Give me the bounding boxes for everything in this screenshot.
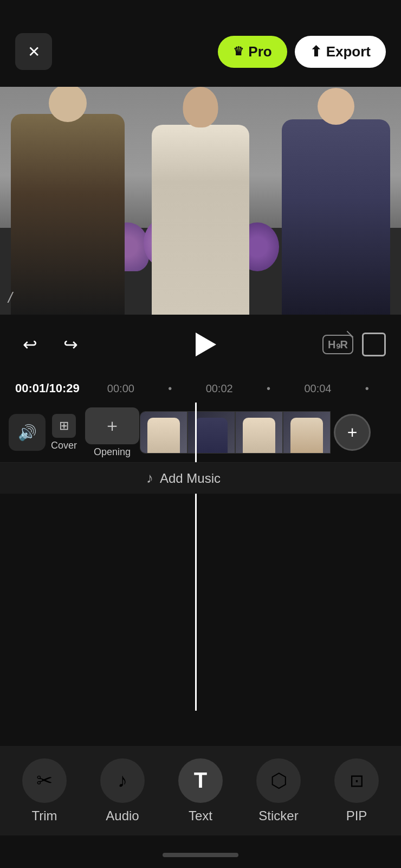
- time-markers: 00:00 • 00:02 • 00:04 •: [90, 382, 386, 395]
- thumb-bg-3: [236, 412, 282, 453]
- top-right-actions: ♛ Pro ⬆ Export: [218, 36, 386, 68]
- cover-button[interactable]: ⊞ Cover: [51, 414, 77, 451]
- thumb-person-1: [147, 418, 180, 453]
- trim-icon: ✂: [36, 769, 53, 792]
- time-marker-1: 00:00: [107, 382, 134, 395]
- add-clip-button[interactable]: +: [334, 414, 371, 451]
- music-note-icon: ♪: [146, 470, 153, 487]
- controls-bar: ↩ ↪ H₉R: [0, 315, 401, 374]
- playhead-line: [195, 494, 197, 711]
- volume-button[interactable]: 🔊: [9, 414, 46, 451]
- top-bar: ✕ ♛ Pro ⬆ Export: [0, 0, 401, 87]
- trim-tool-button[interactable]: ✂ Trim: [9, 758, 80, 824]
- time-dot-2: •: [267, 382, 270, 395]
- person-center: [152, 125, 249, 315]
- thumb-person-4: [290, 418, 323, 453]
- bottom-toolbar: ✂ Trim ♪ Audio T Text ⬡ Sticker ⊡ PIP: [0, 746, 401, 835]
- person-left: [11, 114, 125, 315]
- head-right: [318, 88, 354, 125]
- trim-label: Trim: [31, 808, 57, 824]
- head-center: [183, 87, 218, 127]
- audio-icon: ♪: [118, 769, 127, 792]
- thumb-person-3: [243, 418, 275, 453]
- export-label: Export: [326, 43, 371, 60]
- video-strip: +: [140, 411, 371, 454]
- export-icon: ⬆: [310, 43, 322, 60]
- person-right: [282, 119, 390, 315]
- play-button[interactable]: [188, 328, 221, 361]
- audio-icon-wrap: ♪: [100, 758, 145, 803]
- playhead: [195, 403, 197, 462]
- text-label: Text: [189, 808, 212, 824]
- sticker-tool-button[interactable]: ⬡ Sticker: [243, 758, 314, 824]
- time-marker-3: 00:04: [304, 382, 331, 395]
- pro-button[interactable]: ♛ Pro: [218, 36, 287, 68]
- volume-icon: 🔊: [18, 424, 37, 442]
- track-left-controls: 🔊 ⊞ Cover ＋ Opening: [9, 403, 139, 462]
- opening-label: Opening: [94, 446, 131, 458]
- opening-button[interactable]: ＋ Opening: [85, 407, 139, 458]
- bottom-handle: [163, 853, 238, 857]
- redo-icon: ↪: [63, 334, 78, 355]
- time-dot-1: •: [168, 382, 172, 395]
- hdr-slash-icon: [347, 331, 354, 338]
- cover-icon: ⊞: [52, 414, 76, 438]
- add-music-label: Add Music: [160, 471, 221, 486]
- undo-button[interactable]: ↩: [15, 330, 45, 360]
- audio-tool-button[interactable]: ♪ Audio: [87, 758, 158, 824]
- audio-label: Audio: [106, 808, 139, 824]
- plus-icon: ＋: [104, 414, 121, 438]
- redo-button[interactable]: ↪: [56, 330, 86, 360]
- video-scene: /: [0, 87, 401, 315]
- strip-thumb-1[interactable]: [140, 411, 187, 454]
- thumb-bg-1: [140, 412, 187, 453]
- add-music-button[interactable]: ♪ Add Music: [146, 470, 221, 487]
- time-marker-2: 00:02: [206, 382, 233, 395]
- head-left: [49, 87, 87, 122]
- strip-thumb-3[interactable]: [235, 411, 283, 454]
- pip-label: PIP: [346, 808, 367, 824]
- sticker-icon-wrap: ⬡: [256, 758, 301, 803]
- cover-label: Cover: [51, 440, 77, 451]
- track-area: 🔊 ⊞ Cover ＋ Opening: [0, 403, 401, 462]
- time-ruler: 00:01/10:29 00:00 • 00:02 • 00:04 •: [0, 374, 401, 403]
- text-icon: T: [194, 768, 207, 793]
- thumb-person-2: [195, 418, 228, 453]
- video-preview: /: [0, 87, 401, 315]
- watermark: /: [8, 289, 12, 307]
- sticker-label: Sticker: [258, 808, 298, 824]
- timeline-empty: [0, 494, 401, 711]
- pip-icon: ⊡: [350, 770, 364, 791]
- sticker-icon: ⬡: [270, 769, 287, 792]
- opening-icon: ＋: [85, 407, 139, 444]
- text-tool-button[interactable]: T Text: [165, 758, 236, 824]
- strip-thumb-4[interactable]: [283, 411, 331, 454]
- close-icon: ✕: [28, 43, 40, 61]
- right-controls: H₉R: [322, 333, 386, 356]
- trim-icon-wrap: ✂: [22, 758, 67, 803]
- hdr-label: H₉R: [328, 339, 348, 350]
- hdr-button[interactable]: H₉R: [322, 335, 353, 354]
- fullscreen-button[interactable]: [362, 333, 386, 356]
- undo-icon: ↩: [23, 334, 37, 355]
- time-dot-3: •: [365, 382, 369, 395]
- pip-tool-button[interactable]: ⊡ PIP: [321, 758, 392, 824]
- pro-label: Pro: [248, 43, 271, 60]
- time-display: 00:01/10:29: [15, 381, 80, 395]
- export-button[interactable]: ⬆ Export: [295, 36, 386, 68]
- crown-icon: ♛: [233, 44, 244, 59]
- play-icon: [196, 333, 216, 356]
- music-track: ♪ Add Music: [0, 462, 401, 494]
- close-button[interactable]: ✕: [15, 33, 52, 70]
- add-clip-icon: +: [347, 424, 358, 441]
- thumb-bg-4: [283, 412, 330, 453]
- text-icon-wrap: T: [178, 758, 223, 803]
- pip-icon-wrap: ⊡: [334, 758, 379, 803]
